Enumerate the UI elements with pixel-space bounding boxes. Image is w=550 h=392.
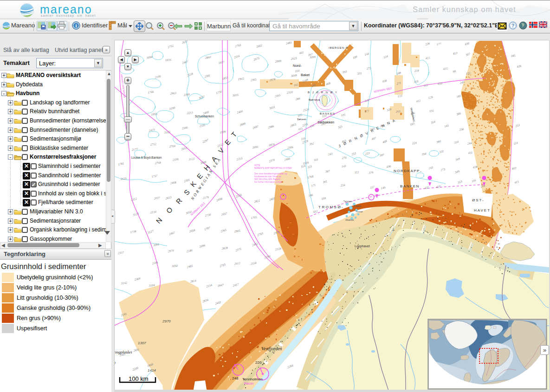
- svg-text:80: 80: [111, 361, 116, 365]
- svg-text:436: 436: [386, 164, 392, 168]
- svg-text:TROMSØ-: TROMSØ-: [318, 205, 344, 209]
- svg-text:243: 243: [328, 152, 333, 156]
- svg-text:Vestfjorden: Vestfjorden: [261, 346, 282, 351]
- svg-text:1817: 1817: [218, 60, 225, 64]
- svg-text:3102: 3102: [163, 130, 170, 135]
- svg-text:2320: 2320: [286, 90, 293, 94]
- svg-text:2863: 2863: [290, 122, 297, 128]
- svg-text:105: 105: [341, 113, 346, 117]
- svg-text:2752: 2752: [167, 44, 174, 49]
- svg-text:187: 187: [379, 153, 384, 157]
- svg-text:Den visse kanaliseringsomrader: Den visse kanaliseringsomrader og: [254, 173, 287, 175]
- svg-text:2179: 2179: [202, 195, 209, 199]
- svg-text:183: 183: [409, 122, 415, 126]
- svg-text:øringplatået: øringplatået: [111, 350, 132, 354]
- svg-text:T: T: [230, 130, 239, 139]
- svg-text:468: 468: [382, 139, 388, 144]
- svg-text:185: 185: [511, 53, 516, 58]
- svg-text:171: 171: [311, 183, 316, 187]
- svg-text:forutbestemte ruter finnes pa: forutbestemte ruter finnes pa: [254, 175, 281, 178]
- svg-text:325: 325: [337, 124, 343, 129]
- svg-text:116: 116: [471, 178, 477, 183]
- svg-text:430: 430: [464, 41, 470, 46]
- svg-text:IMO SN 1/Circ.329. Rapport: IMO SN 1/Circ.329. Rapport: [254, 178, 281, 180]
- svg-text:2370: 2370: [268, 158, 275, 163]
- svg-text:2213: 2213: [187, 111, 193, 115]
- svg-text:J Ø R N Ø V R E N N A: J Ø R N Ø V R E N N A: [338, 118, 397, 148]
- svg-text:2889: 2889: [239, 122, 246, 127]
- svg-text:2159: 2159: [275, 247, 282, 251]
- svg-text:2703: 2703: [219, 263, 226, 268]
- svg-text:376: 376: [368, 170, 374, 174]
- svg-text:2822: 2822: [254, 199, 261, 203]
- svg-text:144: 144: [364, 52, 370, 56]
- svg-text:1965: 1965: [238, 77, 245, 81]
- svg-text:411: 411: [468, 151, 472, 154]
- svg-text:224: 224: [412, 141, 417, 145]
- svg-text:415: 415: [443, 66, 448, 71]
- svg-text:1757: 1757: [151, 174, 158, 178]
- svg-text:NORWAY EEZ: NORWAY EEZ: [374, 87, 392, 93]
- svg-text:2613: 2613: [165, 195, 172, 200]
- svg-text:2037: 2037: [154, 196, 161, 200]
- svg-text:437: 437: [424, 186, 430, 190]
- svg-text:N: N: [155, 216, 164, 225]
- svg-text:99: 99: [453, 70, 457, 73]
- svg-text:2037: 2037: [221, 212, 228, 216]
- svg-text:3122: 3122: [188, 157, 195, 161]
- svg-text:226: 226: [425, 41, 430, 45]
- svg-text:432: 432: [313, 209, 318, 213]
- svg-text:Louise A Boyd-Banken: Louise A Boyd-Banken: [131, 156, 162, 160]
- svg-text:256: 256: [459, 127, 465, 131]
- svg-text:2483: 2483: [285, 41, 292, 45]
- svg-text:359: 359: [413, 79, 419, 84]
- svg-text:2365: 2365: [220, 228, 227, 233]
- svg-text:2109: 2109: [155, 75, 162, 79]
- svg-text:Tromsø: Tromsø: [356, 211, 363, 213]
- svg-text:468: 468: [325, 81, 331, 86]
- svg-text:331: 331: [428, 109, 434, 113]
- svg-text:386: 386: [455, 111, 461, 116]
- svg-text:410: 410: [435, 184, 441, 189]
- svg-text:273: 273: [440, 167, 446, 172]
- svg-text:2112: 2112: [131, 197, 138, 201]
- svg-text:2730: 2730: [205, 212, 212, 217]
- svg-text:220: 220: [255, 360, 262, 365]
- svg-text:393: 393: [342, 70, 348, 74]
- svg-text:2662: 2662: [256, 43, 263, 48]
- svg-text:2399: 2399: [183, 92, 190, 96]
- svg-text:323: 323: [306, 164, 312, 169]
- svg-text:1766: 1766: [148, 90, 155, 94]
- svg-text:Schulzbanken: Schulzbanken: [195, 115, 214, 118]
- svg-text:380: 380: [435, 139, 441, 144]
- svg-text:458: 458: [382, 79, 388, 83]
- svg-text:Baket: Baket: [301, 73, 310, 77]
- svg-text:270: 270: [342, 156, 347, 160]
- svg-text:Lopphavet: Lopphavet: [355, 244, 370, 248]
- svg-text:2520: 2520: [303, 108, 310, 112]
- svg-text:2554: 2554: [250, 261, 257, 265]
- svg-text:453: 453: [453, 51, 458, 55]
- svg-text:248: 248: [232, 376, 239, 380]
- svg-text:412: 412: [416, 99, 421, 103]
- svg-text:2249: 2249: [186, 249, 193, 253]
- svg-text:243: 243: [428, 166, 434, 170]
- svg-text:2496: 2496: [284, 157, 291, 161]
- svg-text:403: 403: [511, 166, 517, 170]
- svg-text:2986: 2986: [268, 124, 275, 129]
- svg-text:253: 253: [351, 151, 356, 156]
- svg-text:2834: 2834: [202, 298, 209, 303]
- svg-text:2625: 2625: [291, 56, 298, 60]
- svg-text:3051: 3051: [268, 105, 275, 110]
- svg-text:2482: 2482: [252, 242, 259, 247]
- svg-text:2165: 2165: [274, 93, 281, 98]
- svg-text:407: 407: [371, 136, 377, 141]
- svg-text:1909: 1909: [220, 130, 226, 134]
- svg-text:361: 361: [322, 180, 328, 184]
- svg-text:307: 307: [465, 52, 471, 57]
- svg-text:O: O: [165, 206, 174, 215]
- svg-text:223: 223: [365, 151, 370, 155]
- svg-text:1816: 1816: [165, 58, 171, 62]
- svg-text:123: 123: [397, 94, 402, 98]
- svg-text:353: 353: [457, 180, 463, 184]
